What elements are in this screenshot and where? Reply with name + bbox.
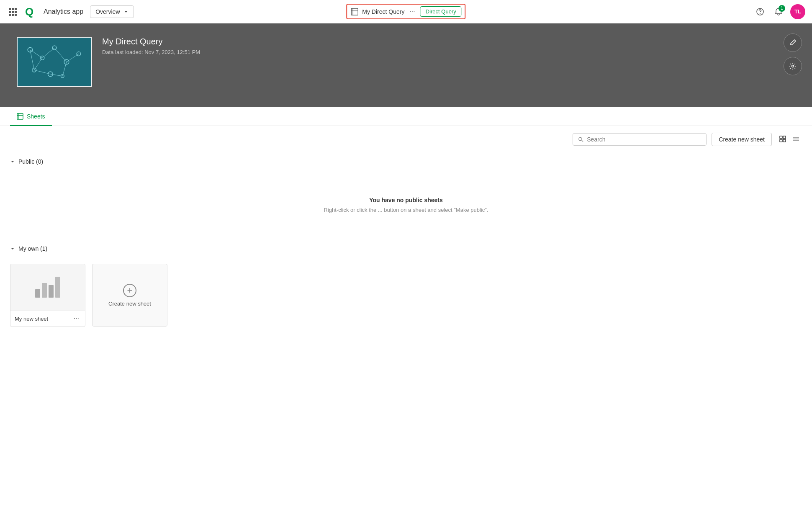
- help-button[interactable]: [753, 5, 767, 18]
- app-name: My Direct Query: [102, 37, 795, 46]
- svg-rect-6: [9, 14, 11, 16]
- edit-app-button[interactable]: [784, 33, 802, 52]
- svg-rect-8: [15, 14, 17, 16]
- create-sheet-card-label: Create new sheet: [108, 301, 151, 307]
- svg-rect-2: [15, 8, 17, 10]
- notification-badge: 1: [779, 5, 785, 12]
- svg-rect-7: [12, 14, 14, 16]
- dropdown-label: Overview: [95, 8, 120, 15]
- svg-rect-42: [780, 139, 782, 142]
- app-title: Analytics app: [44, 8, 83, 15]
- app-last-loaded: Data last loaded: Nov 7, 2023, 12:51 PM: [102, 49, 795, 55]
- svg-rect-16: [18, 38, 91, 86]
- svg-rect-41: [783, 136, 786, 139]
- hero-section: My Direct Query Data last loaded: Nov 7,…: [0, 23, 812, 107]
- search-box[interactable]: [573, 133, 707, 146]
- public-section-label: Public (0): [18, 158, 43, 165]
- svg-text:Q: Q: [25, 5, 33, 18]
- nav-right-icons: 1 TL: [753, 4, 805, 19]
- svg-point-15: [760, 13, 761, 14]
- active-sheet-group: My Direct Query ··· Direct Query: [346, 4, 465, 19]
- tabs-bar: Sheets: [0, 107, 812, 126]
- svg-point-38: [579, 137, 582, 140]
- overview-dropdown[interactable]: Overview: [90, 5, 134, 18]
- public-section: Public (0) You have no public sheets Rig…: [0, 153, 812, 240]
- public-section-header[interactable]: Public (0): [10, 153, 802, 170]
- view-toggle: [777, 133, 802, 146]
- grid-view-button[interactable]: [777, 133, 789, 146]
- svg-rect-0: [9, 8, 11, 10]
- svg-rect-35: [17, 113, 23, 119]
- create-sheet-plus-icon: +: [123, 284, 136, 297]
- list-view-button[interactable]: [790, 133, 802, 146]
- notification-button[interactable]: 1: [772, 5, 785, 18]
- app-thumbnail: [17, 37, 92, 87]
- svg-line-39: [582, 140, 583, 141]
- create-sheet-button[interactable]: Create new sheet: [712, 133, 772, 146]
- direct-query-button[interactable]: Direct Query: [420, 6, 462, 17]
- public-empty-title: You have no public sheets: [10, 197, 802, 203]
- search-input[interactable]: [587, 136, 701, 143]
- bar-chart-thumbnail: [31, 273, 64, 302]
- sheet-card-thumbnail: [10, 264, 85, 310]
- svg-rect-11: [351, 8, 358, 15]
- svg-rect-43: [783, 139, 786, 142]
- sheet-card-more-button[interactable]: ···: [72, 314, 81, 323]
- my-own-section-header[interactable]: My own (1): [10, 240, 802, 257]
- grid-menu-icon[interactable]: [7, 6, 18, 18]
- public-empty-state: You have no public sheets Right-click or…: [10, 177, 802, 233]
- svg-rect-1: [12, 8, 14, 10]
- tab-sheets[interactable]: Sheets: [10, 107, 52, 126]
- svg-point-34: [792, 65, 794, 67]
- svg-rect-48: [42, 283, 47, 298]
- sheet-icon: [350, 8, 359, 16]
- search-icon: [578, 136, 583, 142]
- qlik-logo: Q: [23, 4, 39, 19]
- create-sheet-card[interactable]: + Create new sheet: [92, 264, 167, 327]
- svg-rect-4: [12, 11, 14, 13]
- sheet-card-my-new-sheet[interactable]: My new sheet ···: [10, 264, 85, 327]
- sheet-card-footer: My new sheet ···: [10, 310, 85, 327]
- my-own-section-label: My own (1): [18, 245, 47, 252]
- toolbar: Create new sheet: [0, 126, 812, 153]
- app-settings-button[interactable]: [784, 57, 802, 75]
- svg-rect-5: [15, 11, 17, 13]
- my-own-section: My own (1) My new sheet ···: [0, 240, 812, 334]
- sheets-grid: My new sheet ··· + Create new sheet: [10, 257, 802, 334]
- sheet-more-button[interactable]: ···: [408, 7, 416, 16]
- svg-rect-40: [780, 136, 782, 139]
- svg-rect-50: [55, 277, 60, 298]
- svg-rect-3: [9, 11, 11, 13]
- sheet-card-name: My new sheet: [15, 316, 48, 322]
- top-nav: Q Analytics app Overview My Direct Query…: [0, 0, 812, 23]
- hero-actions: [784, 33, 802, 75]
- tab-sheets-label: Sheets: [27, 113, 45, 120]
- public-empty-desc: Right-click or click the ... button on a…: [10, 207, 802, 213]
- svg-rect-49: [49, 285, 54, 298]
- main-content: Sheets Create new sheet: [0, 107, 812, 522]
- active-sheet-name: My Direct Query: [362, 8, 404, 15]
- svg-rect-47: [35, 289, 40, 298]
- chevron-down-icon-2: [10, 246, 15, 251]
- sheets-tab-icon: [17, 113, 23, 120]
- public-section-content: You have no public sheets Right-click or…: [10, 170, 802, 240]
- user-avatar[interactable]: TL: [790, 4, 805, 19]
- hero-info: My Direct Query Data last loaded: Nov 7,…: [102, 37, 795, 55]
- chevron-down-icon: [10, 159, 15, 164]
